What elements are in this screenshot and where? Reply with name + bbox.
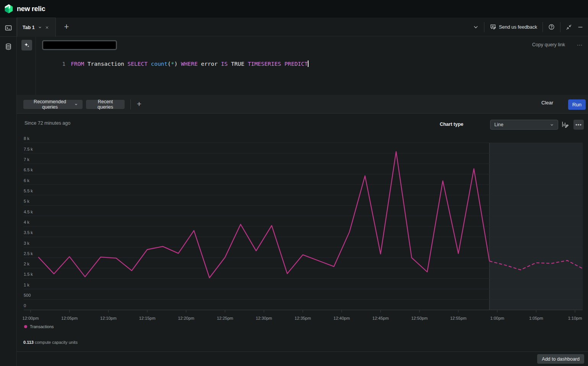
- chart-legend[interactable]: Transactions: [24, 324, 54, 329]
- account-picker-redacted[interactable]: [42, 40, 117, 50]
- chevron-down-icon: [74, 102, 78, 106]
- left-sidebar: [0, 18, 17, 366]
- text-cursor: [308, 60, 309, 67]
- query-editor-panel: Copy query link ... 1FROM Transaction SE…: [17, 37, 588, 95]
- nrql-query-text: FROM Transaction SELECT count(*) WHERE e…: [71, 61, 308, 67]
- copy-query-link[interactable]: Copy query link: [532, 42, 565, 47]
- clear-button[interactable]: Clear: [541, 100, 553, 106]
- chart-type-select[interactable]: Line: [490, 120, 558, 130]
- legend-label: Transactions: [30, 324, 54, 329]
- chart-more-icon[interactable]: •••: [573, 120, 584, 130]
- new-relic-logo[interactable]: new relic: [4, 4, 45, 14]
- tab-chevron-down-icon[interactable]: [38, 25, 42, 29]
- new-relic-logo-icon: [4, 4, 14, 14]
- new-tab-button[interactable]: +: [61, 21, 72, 32]
- feedback-icon: [490, 24, 496, 30]
- bottom-bar: Add to dashboard: [17, 351, 588, 366]
- legend-dot: [24, 325, 27, 328]
- ai-assist-button[interactable]: [21, 40, 32, 50]
- divider: [130, 99, 131, 109]
- send-feedback-button[interactable]: Send us feedback: [490, 24, 537, 30]
- run-button[interactable]: Run: [568, 99, 586, 110]
- query-toolbar: Recommended queries Recent queries + Cle…: [17, 95, 588, 114]
- query-more-icon[interactable]: ...: [577, 41, 583, 47]
- top-header: new relic: [0, 0, 588, 18]
- recommended-queries-button[interactable]: Recommended queries: [23, 100, 83, 109]
- divider: [560, 22, 560, 32]
- chart-type-label: Chart type: [440, 122, 463, 127]
- add-to-dashboard-button[interactable]: Add to dashboard: [537, 354, 584, 364]
- tab-1-label: Tab 1: [23, 25, 35, 30]
- tab-1[interactable]: Tab 1: [17, 18, 56, 37]
- panel-chevron-down-icon[interactable]: [473, 24, 479, 30]
- sparkle-icon: [24, 42, 30, 48]
- editor-gutter: [17, 37, 36, 95]
- add-query-button[interactable]: +: [134, 99, 145, 109]
- compute-label: compute capacity units: [35, 340, 78, 345]
- query-code-line[interactable]: 1FROM Transaction SELECT count(*) WHERE …: [42, 54, 309, 73]
- customize-chart-icon[interactable]: [561, 120, 570, 129]
- logo-text: new relic: [17, 5, 45, 13]
- compute-capacity: 0.113 compute capacity units: [23, 340, 78, 345]
- minimize-icon[interactable]: [577, 24, 583, 30]
- collapse-icon[interactable]: [566, 24, 572, 30]
- send-feedback-label: Send us feedback: [499, 24, 537, 30]
- database-icon[interactable]: [5, 43, 12, 50]
- recent-queries-label: Recent queries: [91, 99, 120, 110]
- compute-value: 0.113: [23, 340, 34, 345]
- line-number: 1: [62, 61, 65, 67]
- divider: [484, 22, 484, 32]
- divider: [543, 22, 543, 32]
- tab-strip: Tab 1 + Send us feedback: [17, 18, 588, 36]
- console-icon[interactable]: [5, 24, 12, 32]
- time-range-label: Since 72 minutes ago: [24, 120, 70, 126]
- recommended-queries-label: Recommended queries: [28, 99, 72, 110]
- chart-type-value: Line: [494, 122, 504, 127]
- chevron-down-icon: [550, 123, 554, 127]
- recent-queries-button[interactable]: Recent queries: [86, 100, 125, 109]
- sidebar-divider: [0, 36, 16, 37]
- chart-panel: Since 72 minutes ago Chart type Line •••…: [17, 114, 588, 351]
- tab-close-icon[interactable]: [45, 26, 49, 29]
- app-window: new relic Tab 1: [0, 0, 588, 366]
- help-icon[interactable]: [548, 24, 555, 30]
